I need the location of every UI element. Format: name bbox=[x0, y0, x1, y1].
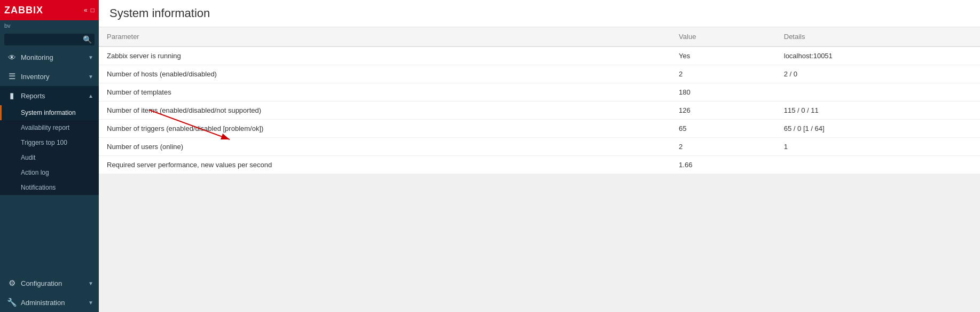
sidebar-item-configuration[interactable]: ⚙ Configuration ▼ bbox=[0, 274, 99, 293]
search-bar: 🔍 bbox=[0, 31, 99, 48]
sidebar-item-inventory[interactable]: ☰ Inventory ▼ bbox=[0, 67, 99, 86]
cell-value: Yes bbox=[671, 46, 776, 65]
logo-icons: « □ bbox=[84, 6, 95, 14]
content-area: Parameter Value Details Zabbix server is… bbox=[99, 27, 980, 312]
administration-chevron: ▼ bbox=[88, 300, 93, 306]
search-button[interactable]: 🔍 bbox=[83, 35, 92, 44]
cell-parameter: Number of items (enabled/disabled/not su… bbox=[99, 102, 671, 120]
info-table: Parameter Value Details Zabbix server is… bbox=[99, 27, 980, 174]
page-title: System information bbox=[109, 6, 969, 20]
monitoring-chevron: ▼ bbox=[88, 54, 93, 60]
page-header: System information bbox=[99, 0, 980, 27]
cell-parameter: Required server performance, new values … bbox=[99, 156, 671, 174]
administration-label: Administration bbox=[21, 299, 84, 307]
collapse-icon[interactable]: « bbox=[84, 6, 88, 14]
table-wrapper: Parameter Value Details Zabbix server is… bbox=[99, 27, 980, 174]
cell-parameter: Number of users (online) bbox=[99, 138, 671, 156]
reports-icon: ▮ bbox=[7, 91, 17, 100]
table-row: Number of users (online)21 bbox=[99, 138, 980, 156]
table-body: Zabbix server is runningYeslocalhost:100… bbox=[99, 46, 980, 174]
cell-value: 2 bbox=[671, 138, 776, 156]
cell-parameter: Number of hosts (enabled/disabled) bbox=[99, 65, 671, 83]
table-row: Required server performance, new values … bbox=[99, 156, 980, 174]
table-row: Number of hosts (enabled/disabled)22 / 0 bbox=[99, 65, 980, 83]
nav-section-top: 👁 Monitoring ▼ ☰ Inventory ▼ ▮ Reports ▲… bbox=[0, 48, 99, 195]
cell-details bbox=[776, 83, 980, 102]
administration-icon: 🔧 bbox=[7, 298, 17, 307]
submenu-item-availability-report[interactable]: Availability report bbox=[0, 120, 99, 135]
inventory-icon: ☰ bbox=[7, 72, 17, 81]
inventory-chevron: ▼ bbox=[88, 74, 93, 80]
fullscreen-icon[interactable]: □ bbox=[91, 6, 95, 14]
table-header-row: Parameter Value Details bbox=[99, 27, 980, 46]
sidebar-item-administration[interactable]: 🔧 Administration ▼ bbox=[0, 293, 99, 312]
cell-details: 65 / 0 [1 / 64] bbox=[776, 120, 980, 138]
reports-chevron: ▲ bbox=[88, 93, 93, 99]
submenu-item-triggers-top-100[interactable]: Triggers top 100 bbox=[0, 135, 99, 150]
cell-parameter: Number of triggers (enabled/disabled [pr… bbox=[99, 120, 671, 138]
submenu-item-notifications[interactable]: Notifications bbox=[0, 180, 99, 195]
cell-value: 180 bbox=[671, 83, 776, 102]
configuration-icon: ⚙ bbox=[7, 278, 17, 288]
cell-parameter: Number of templates bbox=[99, 83, 671, 102]
submenu-item-system-information[interactable]: System information bbox=[0, 105, 99, 120]
inventory-label: Inventory bbox=[21, 73, 84, 81]
cell-value: 126 bbox=[671, 102, 776, 120]
cell-value: 1.66 bbox=[671, 156, 776, 174]
cell-details: 115 / 0 / 11 bbox=[776, 102, 980, 120]
sidebar-item-monitoring[interactable]: 👁 Monitoring ▼ bbox=[0, 48, 99, 67]
search-input[interactable] bbox=[4, 34, 95, 45]
user-bar: bv bbox=[0, 20, 99, 31]
table-row: Number of templates180 bbox=[99, 83, 980, 102]
table-row: Zabbix server is runningYeslocalhost:100… bbox=[99, 46, 980, 65]
logo-bar: ZABBIX « □ bbox=[0, 0, 99, 20]
configuration-chevron: ▼ bbox=[88, 280, 93, 286]
table-row: Number of items (enabled/disabled/not su… bbox=[99, 102, 980, 120]
main-content: System information Parameter Value Detai… bbox=[99, 0, 980, 312]
cell-parameter: Zabbix server is running bbox=[99, 46, 671, 65]
reports-label: Reports bbox=[21, 92, 84, 100]
cell-details: localhost:10051 bbox=[776, 46, 980, 65]
configuration-label: Configuration bbox=[21, 279, 84, 287]
reports-submenu: System information Availability report T… bbox=[0, 105, 99, 195]
col-header-details: Details bbox=[776, 27, 980, 46]
cell-value: 2 bbox=[671, 65, 776, 83]
cell-details: 2 / 0 bbox=[776, 65, 980, 83]
username-label: bv bbox=[4, 22, 11, 29]
cell-details bbox=[776, 156, 980, 174]
sidebar-item-reports[interactable]: ▮ Reports ▲ bbox=[0, 86, 99, 105]
monitoring-icon: 👁 bbox=[7, 53, 17, 62]
col-header-parameter: Parameter bbox=[99, 27, 671, 46]
logo-text: ZABBIX bbox=[4, 5, 43, 16]
submenu-item-action-log[interactable]: Action log bbox=[0, 165, 99, 180]
sidebar-bottom: ⚙ Configuration ▼ 🔧 Administration ▼ bbox=[0, 274, 99, 312]
col-header-value: Value bbox=[671, 27, 776, 46]
monitoring-label: Monitoring bbox=[21, 53, 84, 61]
cell-value: 65 bbox=[671, 120, 776, 138]
sidebar: ZABBIX « □ bv 🔍 👁 Monitoring ▼ ☰ Invento… bbox=[0, 0, 99, 312]
table-row: Number of triggers (enabled/disabled [pr… bbox=[99, 120, 980, 138]
cell-details: 1 bbox=[776, 138, 980, 156]
submenu-item-audit[interactable]: Audit bbox=[0, 150, 99, 165]
